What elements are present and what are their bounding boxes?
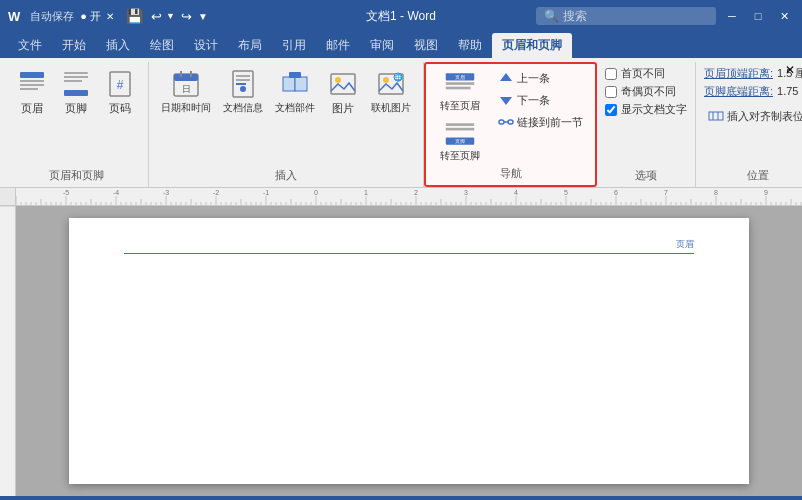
- svg-point-19: [240, 86, 246, 92]
- tab-layout[interactable]: 布局: [228, 33, 272, 58]
- svg-text:🌐: 🌐: [394, 73, 403, 82]
- opt-first-page-checkbox[interactable]: [605, 68, 617, 80]
- tab-insert[interactable]: 插入: [96, 33, 140, 58]
- close-autosave-icon[interactable]: ✕: [106, 11, 114, 22]
- svg-rect-33: [446, 123, 474, 126]
- btn-docinfo[interactable]: 文档信息: [219, 66, 267, 116]
- search-input[interactable]: [563, 9, 703, 23]
- svg-text:-5: -5: [63, 189, 69, 196]
- doc-scroll[interactable]: 页眉: [16, 206, 802, 496]
- tab-mailings[interactable]: 邮件: [316, 33, 360, 58]
- svg-rect-4: [64, 72, 88, 74]
- svg-rect-219: [0, 206, 16, 406]
- close-btn[interactable]: ✕: [774, 6, 794, 26]
- svg-rect-39: [499, 120, 504, 124]
- left-ruler: [0, 206, 16, 496]
- svg-rect-1: [20, 80, 44, 82]
- btn-image[interactable]: 图片: [323, 66, 363, 117]
- search-icon: 🔍: [544, 9, 559, 23]
- svg-rect-18: [236, 83, 246, 85]
- opt-odd-even[interactable]: 奇偶页不同: [605, 84, 687, 99]
- online-icon: 🌐: [375, 68, 407, 100]
- svg-text:4: 4: [514, 189, 518, 196]
- tab-home[interactable]: 开始: [52, 33, 96, 58]
- group-insert: 日 日期和时间 文档信息 文档部件 图片: [149, 62, 424, 187]
- svg-text:-2: -2: [213, 189, 219, 196]
- btn-goto-footer[interactable]: 页脚 转至页脚: [434, 118, 486, 164]
- btn-insert-align[interactable]: 插入对齐制表位: [704, 106, 802, 126]
- nav-btn-stack: 上一条 下一条 链接到前一节: [494, 68, 587, 132]
- svg-rect-5: [64, 76, 88, 78]
- svg-rect-21: [295, 77, 307, 91]
- svg-text:页脚: 页脚: [455, 138, 465, 144]
- svg-rect-16: [236, 75, 250, 77]
- insert-align-icon: [708, 108, 724, 124]
- btn-date[interactable]: 日 日期和时间: [157, 66, 215, 116]
- opt-show-doc[interactable]: 显示文档文字: [605, 102, 687, 117]
- group-options-label: 选项: [605, 166, 687, 185]
- btn-link-label: 链接到前一节: [517, 115, 583, 130]
- tab-file[interactable]: 文件: [8, 33, 52, 58]
- opt-odd-even-checkbox[interactable]: [605, 86, 617, 98]
- svg-rect-3: [20, 88, 38, 90]
- tab-design[interactable]: 设计: [184, 33, 228, 58]
- status-bar: 第 1 页，共 1 页 0 个字 中文(中国) 📄 📋 📊 100%: [0, 496, 802, 500]
- tab-header-footer[interactable]: 页眉和页脚: [492, 33, 572, 58]
- prev-icon: [498, 70, 514, 86]
- more-quickaccess-icon[interactable]: ▼: [198, 11, 208, 22]
- footer-bottom-row: 页脚底端距离: 1.75 厘: [704, 84, 802, 99]
- group-nav: 页眉 转至页眉 页脚 转至页脚 上一条: [424, 62, 597, 187]
- svg-rect-17: [236, 79, 250, 81]
- doc-title: 文档1 - Word: [366, 8, 436, 25]
- restore-btn[interactable]: □: [748, 6, 768, 26]
- undo-icon[interactable]: ↩: [151, 9, 162, 24]
- svg-rect-31: [446, 87, 471, 90]
- svg-text:9: 9: [764, 189, 768, 196]
- minimize-btn[interactable]: ─: [722, 6, 742, 26]
- group-header-footer-content: 页眉 页脚 # 页码: [12, 64, 140, 166]
- svg-point-26: [383, 77, 389, 83]
- btn-goto-header[interactable]: 页眉 转至页眉: [434, 68, 486, 114]
- btn-online[interactable]: 🌐 联机图片: [367, 66, 415, 116]
- svg-rect-22: [289, 72, 301, 78]
- tab-draw[interactable]: 绘图: [140, 33, 184, 58]
- search-box[interactable]: 🔍: [536, 7, 716, 25]
- undo-dropdown-icon[interactable]: ▼: [166, 11, 175, 21]
- group-header-footer-label: 页眉和页脚: [12, 166, 140, 185]
- save-icon[interactable]: 💾: [126, 8, 143, 24]
- btn-link[interactable]: 链接到前一节: [494, 112, 587, 132]
- word-icon: W: [8, 9, 20, 24]
- btn-docparts[interactable]: 文档部件: [271, 66, 319, 116]
- btn-goto-header-label: 转至页眉: [440, 100, 480, 112]
- btn-prev[interactable]: 上一条: [494, 68, 587, 88]
- btn-pagenum[interactable]: # 页码: [100, 66, 140, 117]
- btn-header[interactable]: 页眉: [12, 66, 52, 117]
- close-ribbon-btn[interactable]: ✕: [782, 62, 798, 78]
- btn-docparts-label: 文档部件: [275, 102, 315, 114]
- ribbon: 页眉 页脚 # 页码 页眉和页脚 日 日期和时间: [0, 58, 802, 188]
- tab-view[interactable]: 视图: [404, 33, 448, 58]
- svg-text:-1: -1: [263, 189, 269, 196]
- header-icon: [16, 68, 48, 100]
- options-list: 首页不同 奇偶页不同 显示文档文字: [605, 66, 687, 117]
- opt-show-doc-checkbox[interactable]: [605, 104, 617, 116]
- svg-rect-0: [20, 72, 44, 78]
- pagenum-icon: #: [104, 68, 136, 100]
- svg-rect-7: [64, 90, 88, 96]
- tab-help[interactable]: 帮助: [448, 33, 492, 58]
- svg-rect-2: [20, 84, 44, 86]
- tab-review[interactable]: 审阅: [360, 33, 404, 58]
- btn-next[interactable]: 下一条: [494, 90, 587, 110]
- autosave-toggle[interactable]: ● 开: [80, 9, 101, 24]
- opt-first-page[interactable]: 首页不同: [605, 66, 687, 81]
- tab-references[interactable]: 引用: [272, 33, 316, 58]
- redo-icon[interactable]: ↪: [181, 9, 192, 24]
- btn-footer[interactable]: 页脚: [56, 66, 96, 117]
- title-bar: W 自动保存 ● 开 ✕ 💾 ↩ ▼ ↪ ▼ 文档1 - Word 🔍 ─ □ …: [0, 0, 802, 32]
- svg-text:7: 7: [664, 189, 668, 196]
- goto-footer-icon: 页脚: [444, 120, 476, 148]
- group-options: 首页不同 奇偶页不同 显示文档文字 选项: [597, 62, 696, 187]
- ruler-svg: -5-4-3-2-10123456789: [16, 188, 802, 206]
- opt-show-doc-label: 显示文档文字: [621, 102, 687, 117]
- group-insert-content: 日 日期和时间 文档信息 文档部件 图片: [157, 64, 415, 166]
